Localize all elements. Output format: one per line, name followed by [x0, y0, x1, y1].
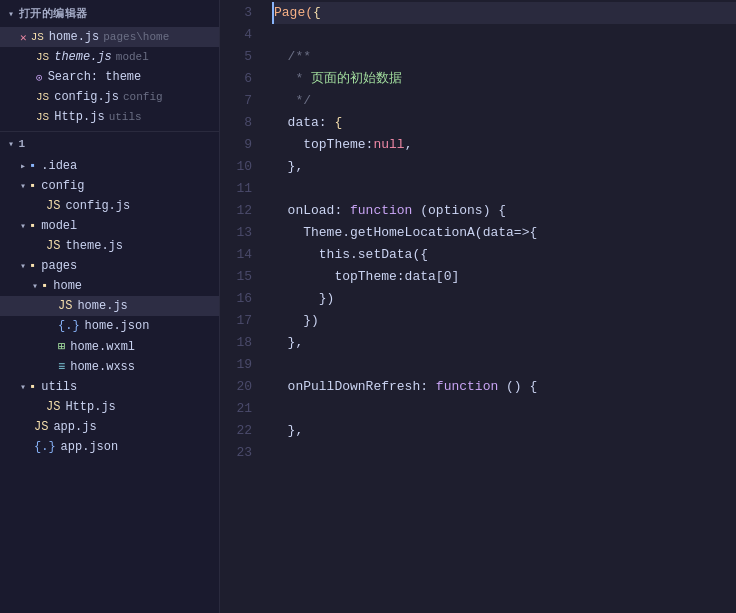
js-icon: JS [36, 51, 49, 63]
editor-item-1[interactable]: JStheme.jsmodel [0, 47, 219, 67]
code-line-16: }) [272, 288, 736, 310]
tree-list: ▸▪.idea▾▪configJSconfig.js▾▪modelJStheme… [0, 156, 219, 457]
editor-item-3[interactable]: JSconfig.jsconfig [0, 87, 219, 107]
folder-open-icon: ▪ [29, 219, 36, 233]
js-file-icon: JS [58, 299, 72, 313]
tree-item-0[interactable]: ▸▪.idea [0, 156, 219, 176]
open-editors-header[interactable]: ▾ 打开的编辑器 [0, 0, 219, 27]
tree-item-name: pages [41, 259, 77, 273]
tree-item-13[interactable]: JSapp.js [0, 417, 219, 437]
tree-item-name: home.wxml [70, 340, 135, 354]
line-number-21: 21 [220, 398, 252, 420]
tree-item-14[interactable]: {.}app.json [0, 437, 219, 457]
code-line-18: }, [272, 332, 736, 354]
token: 页面的初始数据 [311, 71, 402, 86]
token: { [313, 5, 321, 20]
tree-item-name: model [41, 219, 77, 233]
tree-item-3[interactable]: ▾▪model [0, 216, 219, 236]
editor-item-4[interactable]: JSHttp.jsutils [0, 107, 219, 127]
tree-root-number: 1 [19, 138, 26, 150]
tree-item-8[interactable]: {.}home.json [0, 316, 219, 336]
tree-item-9[interactable]: ⊞home.wxml [0, 336, 219, 357]
line-number-14: 14 [220, 244, 252, 266]
code-area[interactable]: Page({ /** * 页面的初始数据 */ data: { topTheme… [260, 0, 736, 613]
folder-open-icon: ▪ [29, 259, 36, 273]
js-file-icon: JS [46, 239, 60, 253]
line-number-20: 20 [220, 376, 252, 398]
token: data: [272, 115, 334, 130]
line-number-8: 8 [220, 112, 252, 134]
code-line-11 [272, 178, 736, 200]
tree-arrow: ▾ [20, 260, 26, 272]
line-number-6: 6 [220, 68, 252, 90]
js-icon: JS [31, 31, 44, 43]
tree-item-6[interactable]: ▾▪home [0, 276, 219, 296]
token: */ [272, 93, 311, 108]
tree-item-10[interactable]: ≡home.wxss [0, 357, 219, 377]
tree-arrow: ▸ [20, 160, 26, 172]
tree-arrow: ▾ [20, 180, 26, 192]
file-path: model [116, 51, 149, 63]
token: onLoad: [272, 203, 350, 218]
code-line-7: */ [272, 90, 736, 112]
line-number-4: 4 [220, 24, 252, 46]
search-icon: ⊙ [36, 71, 43, 84]
tree-item-12[interactable]: JSHttp.js [0, 397, 219, 417]
line-number-5: 5 [220, 46, 252, 68]
token: topTheme:data[0] [272, 269, 459, 284]
tree-arrow: ▾ [32, 280, 38, 292]
code-line-8: data: { [272, 112, 736, 134]
editor-content: 34567891011121314151617181920212223 Page… [220, 0, 736, 613]
tree-item-4[interactable]: JStheme.js [0, 236, 219, 256]
token: this.setData({ [272, 247, 428, 262]
token: }) [272, 313, 319, 328]
line-number-18: 18 [220, 332, 252, 354]
editor-list: ✕JShome.jspages\homeJStheme.jsmodel⊙Sear… [0, 27, 219, 127]
js-icon: JS [36, 91, 49, 103]
tree-item-name: .idea [41, 159, 77, 173]
js-file-icon: JS [46, 199, 60, 213]
editor-item-2[interactable]: ⊙Search: theme [0, 67, 219, 87]
tree-item-name: home.wxss [70, 360, 135, 374]
code-line-3: Page({ [272, 2, 736, 24]
line-number-10: 10 [220, 156, 252, 178]
tree-item-name: app.js [53, 420, 96, 434]
tree-item-name: app.json [61, 440, 119, 454]
file-name: Search: theme [48, 70, 142, 84]
file-name: config.js [54, 90, 119, 104]
tree-item-name: home.json [85, 319, 150, 333]
line-number-12: 12 [220, 200, 252, 222]
open-editors-section: ▾ 打开的编辑器 ✕JShome.jspages\homeJStheme.jsm… [0, 0, 219, 132]
tree-item-2[interactable]: JSconfig.js [0, 196, 219, 216]
code-line-14: this.setData({ [272, 244, 736, 266]
json-file-icon: {.} [58, 319, 80, 333]
js-file-icon: JS [34, 420, 48, 434]
line-number-17: 17 [220, 310, 252, 332]
line-number-11: 11 [220, 178, 252, 200]
token: }, [272, 335, 303, 350]
tree-root-arrow: ▾ [8, 138, 15, 150]
token: /** [272, 49, 311, 64]
tree-item-7[interactable]: JShome.js [0, 296, 219, 316]
sidebar: ▾ 打开的编辑器 ✕JShome.jspages\homeJStheme.jsm… [0, 0, 220, 613]
file-name: theme.js [54, 50, 112, 64]
editor-item-0[interactable]: ✕JShome.jspages\home [0, 27, 219, 47]
folder-icon: ▪ [29, 159, 36, 173]
close-icon[interactable]: ✕ [20, 31, 27, 44]
code-line-10: }, [272, 156, 736, 178]
code-line-12: onLoad: function (options) { [272, 200, 736, 222]
token: }, [272, 159, 303, 174]
folder-open-icon: ▪ [41, 279, 48, 293]
code-line-13: Theme.getHomeLocationA(data=>{ [272, 222, 736, 244]
tree-item-1[interactable]: ▾▪config [0, 176, 219, 196]
token: , [405, 137, 413, 152]
tree-arrow: ▾ [20, 381, 26, 393]
tree-item-11[interactable]: ▾▪utils [0, 377, 219, 397]
code-line-22: }, [272, 420, 736, 442]
token: }) [272, 291, 334, 306]
code-line-5: /** [272, 46, 736, 68]
code-line-20: onPullDownRefresh: function () { [272, 376, 736, 398]
tree-item-5[interactable]: ▾▪pages [0, 256, 219, 276]
code-line-6: * 页面的初始数据 [272, 68, 736, 90]
tree-root-header[interactable]: ▾ 1 [0, 132, 219, 156]
